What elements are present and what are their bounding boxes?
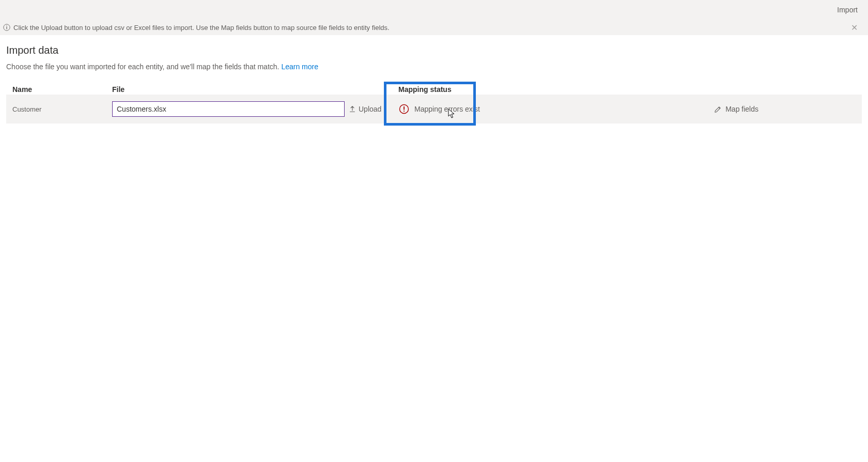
column-header-name: Name — [6, 85, 112, 94]
page-title: Import data — [6, 44, 862, 56]
svg-rect-2 — [6, 27, 7, 29]
file-name-input[interactable] — [112, 101, 345, 117]
svg-point-5 — [404, 111, 405, 112]
mapping-status-cell: Mapping errors exist — [399, 104, 549, 114]
svg-point-1 — [6, 25, 7, 26]
map-fields-button-label: Map fields — [725, 105, 758, 113]
upload-button[interactable]: Upload — [349, 105, 381, 113]
upload-button-label: Upload — [359, 105, 381, 113]
learn-more-link[interactable]: Learn more — [281, 63, 318, 71]
svg-rect-4 — [404, 106, 405, 110]
column-header-file: File — [112, 85, 389, 94]
import-button[interactable]: Import — [837, 6, 858, 14]
edit-icon — [714, 105, 722, 113]
entity-name-cell: Customer — [6, 105, 112, 113]
error-icon — [399, 104, 409, 114]
top-command-bar: Import — [0, 0, 868, 20]
column-header-status: Mapping status — [389, 85, 549, 94]
page-description-text: Choose the file you want imported for ea… — [6, 63, 281, 71]
info-icon — [3, 24, 10, 31]
upload-icon — [349, 105, 356, 113]
table-row: Customer Upload — [6, 95, 862, 124]
close-icon[interactable]: ✕ — [848, 22, 861, 34]
info-message-bar: Click the Upload button to upload csv or… — [0, 20, 868, 35]
entities-table: Name File Mapping status Customer Upload — [6, 85, 862, 124]
table-header-row: Name File Mapping status — [6, 85, 862, 95]
mapping-status-text: Mapping errors exist — [414, 105, 480, 113]
map-fields-button[interactable]: Map fields — [714, 105, 758, 113]
page-content: Import data Choose the file you want imp… — [0, 35, 868, 124]
page-description: Choose the file you want imported for ea… — [6, 63, 862, 71]
info-message-text: Click the Upload button to upload csv or… — [13, 24, 390, 32]
